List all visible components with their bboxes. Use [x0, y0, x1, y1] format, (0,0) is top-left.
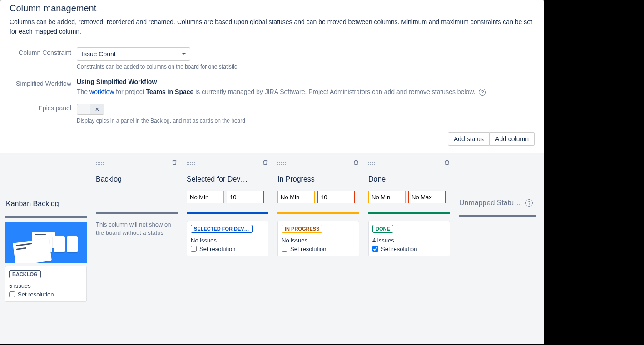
unmapped-title-text: Unmapped Statu… — [459, 199, 521, 207]
simplified-workflow-value: Using Simplified Workflow The workflow f… — [77, 78, 535, 96]
minmax-spacer — [96, 191, 178, 212]
set-resolution-label: Set resolution — [381, 246, 417, 252]
issues-count: No issues — [282, 237, 355, 244]
column-note: This column will not show on the board w… — [96, 221, 178, 237]
minmax-row — [277, 191, 359, 203]
board-column: In ProgressIN PROGRESSNo issuesSet resol… — [273, 153, 364, 261]
set-resolution-row: Set resolution — [372, 246, 446, 252]
column-divider — [96, 212, 178, 214]
add-status-button[interactable]: Add status — [448, 132, 490, 146]
columns-area: Kanban Backlog BACKLOG 5 issues Set reso… — [0, 153, 544, 344]
issues-count: 5 issues — [9, 282, 83, 289]
workflow-text-mid: for project — [114, 88, 146, 95]
epics-panel-label: Epics panel — [10, 104, 77, 124]
workflow-using-text: Using Simplified Workflow — [77, 78, 535, 85]
column-constraint-value: Issue Count Constraints can be added to … — [77, 47, 535, 70]
status-badge: BACKLOG — [9, 270, 41, 278]
column-top — [187, 160, 268, 167]
trash-icon[interactable] — [171, 159, 178, 168]
board-column: BacklogThis column will not show on the … — [91, 153, 182, 261]
status-badge: DONE — [372, 225, 393, 233]
set-resolution-label: Set resolution — [199, 246, 236, 252]
kanban-backlog-divider — [5, 216, 87, 218]
simplified-workflow-row: Simplified Workflow Using Simplified Wor… — [10, 78, 535, 96]
workflow-project: Teams in Space — [146, 88, 194, 95]
column-constraint-hint: Constraints can be added to columns on t… — [77, 64, 535, 70]
issues-count: 4 issues — [372, 237, 446, 244]
set-resolution-row: Set resolution — [282, 246, 355, 252]
column-title[interactable]: Selected for Dev… — [187, 175, 268, 183]
status-card[interactable]: SELECTED FOR DEV…No issuesSet resolution — [187, 221, 268, 256]
help-icon[interactable]: ? — [479, 89, 486, 96]
column-constraint-select[interactable]: Issue Count — [77, 47, 190, 61]
kanban-backlog-title: Kanban Backlog — [5, 200, 87, 208]
minmax-row — [368, 191, 450, 203]
board-column: Selected for Dev…SELECTED FOR DEV…No iss… — [182, 153, 273, 261]
add-column-button[interactable]: Add column — [490, 132, 535, 146]
workflow-text-post: is currently managed by JIRA Software. P… — [193, 88, 475, 95]
column-title[interactable]: Backlog — [96, 175, 178, 183]
set-resolution-label: Set resolution — [18, 291, 54, 298]
unmapped-title: Unmapped Statu… ? — [459, 199, 536, 207]
column-divider — [368, 212, 450, 214]
status-badge: SELECTED FOR DEV… — [191, 225, 253, 233]
minmax-row — [187, 191, 268, 203]
page-description: Columns can be added, removed, reordered… — [10, 17, 535, 36]
column-min-input[interactable] — [277, 191, 315, 203]
trash-icon[interactable] — [262, 159, 268, 168]
epics-panel-value: ✕ Display epics in a panel in the Backlo… — [77, 104, 535, 124]
column-divider — [277, 212, 359, 214]
column-min-input[interactable] — [368, 191, 406, 203]
set-resolution-checkbox[interactable] — [9, 291, 15, 297]
set-resolution-checkbox[interactable] — [282, 246, 287, 252]
issues-count: No issues — [191, 237, 264, 244]
column-top — [277, 160, 359, 167]
status-card[interactable]: DONE4 issuesSet resolution — [368, 221, 450, 256]
action-buttons: Add status Add column — [10, 132, 535, 146]
column-constraint-row: Column Constraint Issue Count Constraint… — [10, 47, 535, 70]
drag-handle-icon[interactable] — [368, 162, 376, 165]
kanban-illustration — [5, 222, 87, 263]
column-top — [368, 160, 450, 167]
column-management-panel: Column management Columns can be added, … — [0, 0, 544, 344]
column-max-input[interactable] — [317, 191, 355, 203]
close-icon: ✕ — [90, 104, 104, 114]
drag-handle-icon[interactable] — [187, 162, 195, 165]
column-max-input[interactable] — [227, 191, 264, 203]
board-column: DoneDONE4 issuesSet resolution — [364, 153, 455, 261]
set-resolution-label: Set resolution — [290, 246, 327, 252]
epics-toggle[interactable]: ✕ — [77, 104, 104, 115]
unmapped-statuses-column: Unmapped Statu… ? — [455, 153, 541, 222]
help-icon[interactable]: ? — [525, 199, 533, 207]
epics-panel-hint: Display epics in a panel in the Backlog,… — [77, 118, 535, 124]
drag-handle-icon[interactable] — [96, 162, 104, 165]
workflow-link[interactable]: workflow — [89, 88, 114, 95]
set-resolution-checkbox[interactable] — [372, 246, 378, 252]
columns-holder: BacklogThis column will not show on the … — [91, 153, 455, 261]
workflow-text: The workflow for project Teams in Space … — [77, 88, 535, 96]
kanban-backlog-column: Kanban Backlog BACKLOG 5 issues Set reso… — [0, 153, 91, 306]
simplified-workflow-label: Simplified Workflow — [10, 78, 77, 96]
trash-icon[interactable] — [444, 159, 450, 168]
set-resolution-row: Set resolution — [191, 246, 264, 252]
status-badge: IN PROGRESS — [282, 225, 322, 233]
unmapped-divider — [459, 215, 536, 217]
status-card[interactable]: IN PROGRESSNo issuesSet resolution — [277, 221, 359, 256]
kanban-backlog-status-card[interactable]: BACKLOG 5 issues Set resolution — [5, 266, 87, 302]
content-top: Column management Columns can be added, … — [0, 0, 544, 153]
column-title[interactable]: In Progress — [277, 175, 359, 183]
column-min-input[interactable] — [187, 191, 224, 203]
column-constraint-select-wrap: Issue Count — [77, 47, 190, 61]
column-max-input[interactable] — [408, 191, 446, 203]
page-title: Column management — [10, 3, 535, 14]
workflow-text-pre: The — [77, 88, 89, 95]
set-resolution-checkbox[interactable] — [191, 246, 197, 252]
trash-icon[interactable] — [353, 159, 359, 168]
column-divider — [187, 212, 268, 214]
column-title[interactable]: Done — [368, 175, 450, 183]
drag-handle-icon[interactable] — [277, 162, 286, 165]
column-constraint-label: Column Constraint — [10, 47, 77, 70]
set-resolution-row: Set resolution — [9, 291, 83, 298]
column-top — [96, 160, 178, 167]
epics-panel-row: Epics panel ✕ Display epics in a panel i… — [10, 104, 535, 124]
